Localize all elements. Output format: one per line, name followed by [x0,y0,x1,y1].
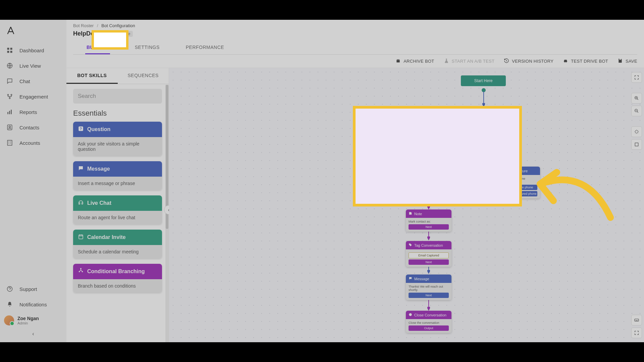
breadcrumb-current: Bot Configuration [101,23,135,28]
bell-icon [6,301,13,308]
node-note[interactable]: Note Mark contact as: Next [406,209,451,232]
canvas-tools [631,72,642,150]
svg-rect-0 [7,48,9,50]
bar-chart-icon [6,108,13,116]
history-icon [504,58,509,64]
sidebar: Dashboard Live View Chat Engagement Repo… [0,20,66,342]
skills-panel: BOT SKILLS SEQUENCES Search Essentials ?… [66,68,169,342]
svg-point-5 [7,94,8,95]
fullscreen-button[interactable] [631,72,642,83]
top-tabs: BUILDER SETTINGS PERFORMANCE [73,41,637,55]
annotation-highlight-nodes [353,106,522,206]
sidebar-item-label: Dashboard [19,48,44,53]
start-dot [482,88,486,92]
svg-rect-2 [7,51,9,53]
canvas-tools-bottom [631,315,642,338]
node-tag-conversation[interactable]: Tag Conversation Email Captured Next [406,241,451,267]
archive-bot-button[interactable]: ARCHIVE BOT [395,58,434,64]
flask-icon [444,58,449,64]
zoom-in-button[interactable] [631,93,642,104]
annotation-arrow-icon [527,154,617,228]
car-icon [563,58,568,64]
sidebar-item-label: Contacts [19,125,39,130]
branching-icon [78,268,84,275]
message-icon [409,277,412,281]
svg-point-12 [9,126,11,128]
svg-rect-8 [7,112,8,114]
skill-card-calendar-invite[interactable]: Calendar Invite Schedule a calendar meet… [73,230,162,258]
svg-rect-31 [635,143,638,146]
user-role: Admin [17,321,39,325]
skill-card-live-chat[interactable]: Live Chat Route an agent for live chat [73,195,162,224]
sidebar-item-label: Notifications [19,302,47,307]
breadcrumb-root[interactable]: Bot Roster [73,23,94,28]
globe-icon [6,62,13,69]
building-icon [6,139,13,146]
sidebar-item-support[interactable]: Support [0,281,66,297]
node-message[interactable]: Message Thanks! We will reach out shortl… [406,275,451,300]
save-icon [618,58,623,64]
sidebar-item-engagement[interactable]: Engagement [0,89,66,104]
chat-icon [6,77,13,85]
panel-tab-sequences[interactable]: SEQUENCES [118,68,169,84]
node-close-conversation[interactable]: Close Conversation Close the conversatio… [406,311,451,333]
user-name: Zoe Ngan [17,316,39,321]
sidebar-item-label: Chat [19,78,30,84]
svg-rect-10 [11,110,12,114]
save-button[interactable]: SAVE [618,58,637,64]
svg-rect-32 [635,319,639,321]
calendar-icon [78,234,84,241]
dashboard-icon [6,47,13,54]
breadcrumb: Bot Roster / Bot Configuration [73,23,637,28]
skill-card-message[interactable]: Message Insert a message or phrase [73,161,162,190]
sidebar-item-reports[interactable]: Reports [0,104,66,120]
help-icon [6,285,13,293]
svg-rect-9 [9,111,10,114]
sidebar-item-accounts[interactable]: Accounts [0,135,66,150]
user-block[interactable]: Zoe Ngan Admin [0,312,66,329]
sidebar-item-live-view[interactable]: Live View [0,58,66,73]
sidebar-item-notifications[interactable]: Notifications [0,297,66,312]
message-icon [78,165,84,173]
tab-settings[interactable]: SETTINGS [133,41,161,54]
tag-icon [409,243,412,247]
contacts-icon [6,124,13,131]
annotation-highlight-name [92,30,128,50]
note-icon [409,212,412,216]
start-ab-test-button[interactable]: START AN A/B TEST [444,58,495,64]
sidebar-item-chat[interactable]: Chat [0,73,66,89]
svg-rect-1 [10,48,12,50]
svg-point-28 [409,313,412,316]
skill-card-question[interactable]: ?Question Ask your site visitors a simpl… [73,122,162,156]
svg-point-7 [9,98,10,99]
svg-point-6 [11,94,12,95]
start-here-node[interactable]: Start Here [461,75,506,86]
archive-icon [395,58,401,64]
expand-button[interactable] [631,327,642,338]
zoom-out-button[interactable] [631,106,642,116]
sidebar-item-label: Live View [19,63,41,69]
svg-rect-13 [7,140,12,145]
panel-tab-bot-skills[interactable]: BOT SKILLS [66,68,118,84]
fit-view-button[interactable] [631,139,642,150]
app-logo-icon [0,23,66,43]
keyboard-shortcuts-button[interactable] [631,315,642,325]
sidebar-item-contacts[interactable]: Contacts [0,120,66,135]
svg-point-14 [7,287,12,292]
svg-text:?: ? [80,127,82,131]
sidebar-item-dashboard[interactable]: Dashboard [0,43,66,58]
svg-rect-3 [10,51,12,53]
section-title: Essentials [73,109,162,118]
action-bar: ARCHIVE BOT START AN A/B TEST VERSION HI… [66,55,644,68]
sidebar-collapse-button[interactable]: ‹ [0,329,66,339]
tab-performance[interactable]: PERFORMANCE [184,41,225,54]
sidebar-item-label: Reports [19,109,37,115]
question-icon: ? [78,126,84,133]
sidebar-item-label: Accounts [19,140,40,146]
headset-icon [78,199,84,207]
auto-layout-button[interactable] [631,126,642,137]
version-history-button[interactable]: VERSION HISTORY [504,58,553,64]
skill-card-conditional-branching[interactable]: Conditional Branching Branch based on co… [73,264,162,293]
skills-search-input[interactable]: Search [73,89,162,104]
test-drive-bot-button[interactable]: TEST DRIVE BOT [563,58,608,64]
